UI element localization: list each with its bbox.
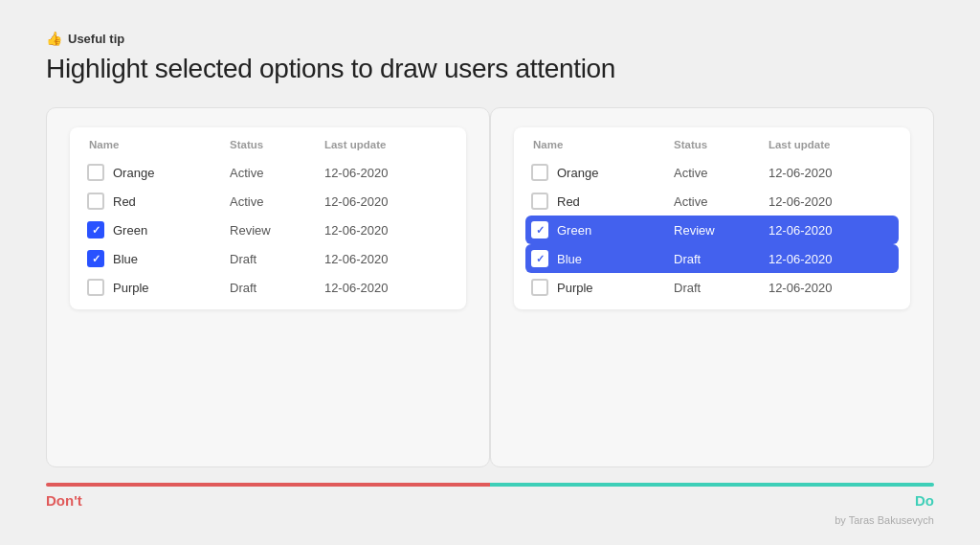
row-date: 12-06-2020 <box>763 244 899 273</box>
left-panel: Name Status Last update OrangeActive12-0… <box>46 107 490 467</box>
right-table: Name Status Last update OrangeActive12-0… <box>525 135 899 302</box>
checkbox-cell[interactable]: Orange <box>525 158 668 187</box>
checkbox-box[interactable]: ✓ <box>87 250 104 267</box>
checkbox-box[interactable] <box>87 193 104 210</box>
row-status: Draft <box>224 244 319 273</box>
checkbox-cell[interactable]: Red <box>81 187 224 216</box>
right-col-date: Last update <box>763 135 899 158</box>
dont-label: Don't <box>46 492 82 509</box>
row-status: Draft <box>668 273 763 302</box>
row-status: Review <box>224 216 319 244</box>
checkbox-box[interactable] <box>531 164 548 181</box>
labels-row: Don't Do <box>46 492 934 509</box>
checkbox-cell[interactable]: ✓Green <box>525 216 668 244</box>
row-name: Green <box>113 223 147 238</box>
left-col-date: Last update <box>319 135 455 158</box>
row-status: Draft <box>224 273 319 302</box>
check-mark-icon: ✓ <box>536 225 545 236</box>
row-status: Draft <box>668 244 763 273</box>
row-name: Orange <box>113 166 154 180</box>
checkbox-box[interactable]: ✓ <box>531 221 548 238</box>
row-date: 12-06-2020 <box>763 216 899 244</box>
row-name: Blue <box>557 252 582 266</box>
row-date: 12-06-2020 <box>319 187 455 216</box>
right-col-status: Status <box>668 135 763 158</box>
thumbs-up-icon: 👍 <box>46 31 62 46</box>
table-row: RedActive12-06-2020 <box>525 187 899 216</box>
checkbox-cell[interactable]: Orange <box>81 158 224 187</box>
checkbox-box[interactable] <box>87 164 104 181</box>
check-mark-icon: ✓ <box>92 225 100 236</box>
left-panel-wrapper: Name Status Last update OrangeActive12-0… <box>46 107 490 467</box>
check-mark-icon: ✓ <box>92 254 100 264</box>
row-date: 12-06-2020 <box>763 158 899 187</box>
checkbox-cell[interactable]: Purple <box>81 273 224 302</box>
checkbox-box[interactable]: ✓ <box>87 221 104 238</box>
row-status: Active <box>668 187 763 216</box>
row-name: Green <box>557 223 591 238</box>
divider-bar <box>46 483 934 487</box>
table-row: ✓GreenReview12-06-2020 <box>81 216 455 244</box>
row-name: Blue <box>113 252 138 266</box>
do-label: Do <box>915 492 934 509</box>
row-date: 12-06-2020 <box>319 158 455 187</box>
checkbox-box[interactable] <box>531 193 548 210</box>
row-date: 12-06-2020 <box>319 244 455 273</box>
checkbox-cell[interactable]: ✓Blue <box>81 244 224 273</box>
row-status: Review <box>668 216 763 244</box>
attribution: by Taras Bakusevych <box>46 514 934 526</box>
left-col-name: Name <box>81 135 224 158</box>
right-panel: Name Status Last update OrangeActive12-0… <box>490 107 934 467</box>
row-status: Active <box>224 187 319 216</box>
checkbox-cell[interactable]: Red <box>525 187 668 216</box>
row-name: Orange <box>557 166 598 180</box>
page-title: Highlight selected options to draw users… <box>46 54 934 84</box>
checkbox-box[interactable] <box>531 279 548 296</box>
right-table-wrapper: Name Status Last update OrangeActive12-0… <box>514 127 910 309</box>
checkbox-box[interactable]: ✓ <box>531 250 548 267</box>
table-row: OrangeActive12-06-2020 <box>81 158 455 187</box>
right-table-header: Name Status Last update <box>525 135 899 158</box>
do-bar <box>490 483 934 487</box>
row-date: 12-06-2020 <box>763 273 899 302</box>
useful-tip-row: 👍 Useful tip <box>46 31 934 46</box>
row-name: Red <box>557 194 580 209</box>
row-name: Purple <box>113 281 149 295</box>
checkbox-cell[interactable]: ✓Blue <box>525 244 668 273</box>
table-row: OrangeActive12-06-2020 <box>525 158 899 187</box>
table-row: PurpleDraft12-06-2020 <box>81 273 455 302</box>
table-row: RedActive12-06-2020 <box>81 187 455 216</box>
row-date: 12-06-2020 <box>319 273 455 302</box>
right-col-name: Name <box>525 135 668 158</box>
checkbox-cell[interactable]: ✓Green <box>81 216 224 244</box>
row-date: 12-06-2020 <box>319 216 455 244</box>
row-status: Active <box>224 158 319 187</box>
panels-container: Name Status Last update OrangeActive12-0… <box>46 107 934 467</box>
left-table-header: Name Status Last update <box>81 135 455 158</box>
row-date: 12-06-2020 <box>763 187 899 216</box>
row-status: Active <box>668 158 763 187</box>
checkbox-cell[interactable]: Purple <box>525 273 668 302</box>
checkbox-box[interactable] <box>87 279 104 296</box>
left-table: Name Status Last update OrangeActive12-0… <box>81 135 455 302</box>
row-name: Purple <box>557 281 593 295</box>
dont-bar <box>46 483 490 487</box>
useful-tip-label: Useful tip <box>68 32 124 46</box>
table-row: PurpleDraft12-06-2020 <box>525 273 899 302</box>
left-table-wrapper: Name Status Last update OrangeActive12-0… <box>70 127 466 309</box>
row-name: Red <box>113 194 136 209</box>
check-mark-icon: ✓ <box>536 254 545 264</box>
table-row: ✓BlueDraft12-06-2020 <box>525 244 899 273</box>
table-row: ✓BlueDraft12-06-2020 <box>81 244 455 273</box>
table-row: ✓GreenReview12-06-2020 <box>525 216 899 244</box>
right-panel-wrapper: Name Status Last update OrangeActive12-0… <box>490 107 934 467</box>
left-col-status: Status <box>224 135 319 158</box>
